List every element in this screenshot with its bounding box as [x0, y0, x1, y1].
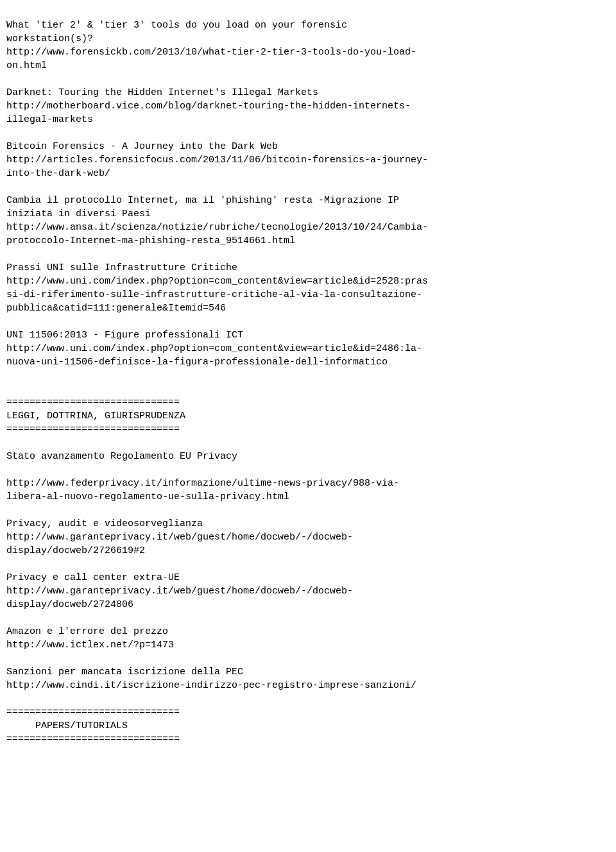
content-line-16: protoccolo-Internet-ma-phishing-resta_95… — [6, 234, 610, 248]
content-line-2: http://www.forensickb.com/2013/10/what-t… — [6, 46, 610, 59]
content-line-26 — [6, 369, 610, 382]
content-line-25: nuova-uni-11506-definisce-la-figura-prof… — [6, 355, 610, 369]
content-line-7: illegal-markets — [6, 113, 610, 126]
content-line-8 — [6, 126, 610, 140]
content-line-28: ============================== — [6, 396, 610, 409]
content-line-23: UNI 11506:2013 - Figure professionali IC… — [6, 328, 610, 342]
content-line-42: http://www.garanteprivacy.it/web/guest/h… — [6, 584, 610, 598]
content-line-48: Sanzioni per mancata iscrizione della PE… — [6, 665, 610, 679]
content-line-1: workstation(s)? — [6, 32, 610, 46]
content-line-46: http://www.ictlex.net/?p=1473 — [6, 638, 610, 652]
content-line-45: Amazon e l'errore del prezzo — [6, 625, 610, 638]
content-line-32: Stato avanzamento Regolamento EU Privacy — [6, 450, 610, 463]
content-line-4 — [6, 72, 610, 86]
content-line-10: http://articles.forensicfocus.com/2013/1… — [6, 153, 610, 167]
content-line-43: display/docweb/2724806 — [6, 598, 610, 611]
content-line-49: http://www.cindi.it/iscrizione-indirizzo… — [6, 679, 610, 692]
content-line-17 — [6, 248, 610, 261]
content-line-44 — [6, 611, 610, 625]
content-line-20: si-di-riferimento-sulle-infrastrutture-c… — [6, 288, 610, 302]
content-line-11: into-the-dark-web/ — [6, 167, 610, 180]
content-line-51: ============================== — [6, 706, 610, 719]
content-line-53: ============================== — [6, 733, 610, 746]
content-line-6: http://motherboard.vice.com/blog/darknet… — [6, 99, 610, 113]
content-line-13: Cambia il protocollo Internet, ma il 'ph… — [6, 194, 610, 207]
content-line-15: http://www.ansa.it/scienza/notizie/rubri… — [6, 221, 610, 234]
content-line-19: http://www.uni.com/index.php?option=com_… — [6, 275, 610, 288]
content-line-12 — [6, 180, 610, 194]
content-line-5: Darknet: Touring the Hidden Internet's I… — [6, 86, 610, 99]
content-line-41: Privacy e call center extra-UE — [6, 571, 610, 584]
content-line-18: Prassi UNI sulle Infrastrutture Critiche — [6, 261, 610, 275]
content-line-37: Privacy, audit e videosorveglianza — [6, 517, 610, 531]
content-line-34: http://www.federprivacy.it/informazione/… — [6, 477, 610, 490]
content-line-22 — [6, 315, 610, 328]
content-line-9: Bitcoin Forensics - A Journey into the D… — [6, 140, 610, 153]
content-line-52: PAPERS/TUTORIALS — [6, 719, 610, 733]
content-line-3: on.html — [6, 59, 610, 72]
content-line-21: pubblica&catid=111:generale&Itemid=546 — [6, 302, 610, 315]
main-content: What 'tier 2' & 'tier 3' tools do you lo… — [6, 5, 610, 746]
content-line-29: LEGGI, DOTTRINA, GIURISPRUDENZA — [6, 409, 610, 423]
content-line-39: display/docweb/2726619#2 — [6, 544, 610, 558]
content-line-38: http://www.garanteprivacy.it/web/guest/h… — [6, 531, 610, 544]
content-line-35: libera-al-nuovo-regolamento-ue-sulla-pri… — [6, 490, 610, 504]
content-line-24: http://www.uni.com/index.php?option=com_… — [6, 342, 610, 355]
content-line-31 — [6, 436, 610, 450]
content-line-0: What 'tier 2' & 'tier 3' tools do you lo… — [6, 19, 610, 32]
content-line-33 — [6, 463, 610, 477]
content-line-14: iniziata in diversi Paesi — [6, 207, 610, 221]
content-line-27 — [6, 382, 610, 396]
content-line-47 — [6, 652, 610, 665]
content-line-36 — [6, 504, 610, 517]
content-line-50 — [6, 692, 610, 706]
content-line-30: ============================== — [6, 423, 610, 436]
content-line-40 — [6, 558, 610, 571]
